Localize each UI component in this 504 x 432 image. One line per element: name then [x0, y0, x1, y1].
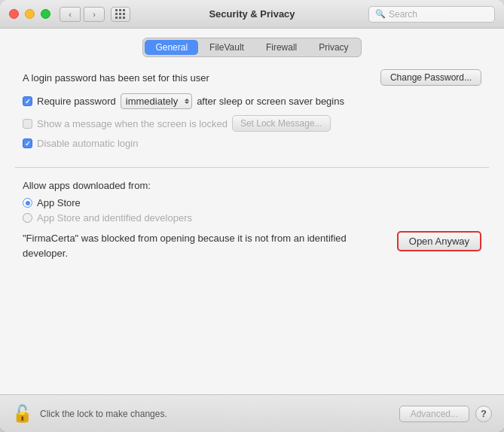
- show-message-row: Show a message when the screen is locked…: [23, 115, 481, 132]
- set-lock-message-button: Set Lock Message...: [232, 115, 331, 132]
- bottombar: 🔓 Click the lock to make changes. Advanc…: [0, 394, 504, 432]
- window-title: Security & Privacy: [209, 8, 295, 20]
- change-password-button[interactable]: Change Password...: [380, 69, 481, 86]
- login-password-row: A login password has been set for this u…: [23, 69, 481, 86]
- disable-autologin-checkbox[interactable]: [23, 138, 32, 148]
- disable-autologin-label: Disable automatic login: [37, 138, 138, 149]
- help-button[interactable]: ?: [475, 406, 492, 422]
- tab-group: General FileVault Firewall Privacy: [142, 38, 361, 57]
- tab-bar: General FileVault Firewall Privacy: [15, 38, 489, 57]
- general-section: A login password has been set for this u…: [15, 69, 489, 155]
- show-message-checkbox[interactable]: [23, 119, 32, 129]
- search-icon: 🔍: [375, 9, 386, 19]
- app-store-radio[interactable]: [23, 198, 32, 208]
- blocked-text: "FirmaCerta" was blocked from opening be…: [23, 231, 388, 260]
- maximize-button[interactable]: [41, 9, 50, 19]
- tab-privacy[interactable]: Privacy: [308, 40, 359, 55]
- section-divider: [15, 167, 489, 168]
- allow-apps-title: Allow apps downloaded from:: [23, 180, 481, 191]
- tab-general[interactable]: General: [145, 40, 198, 55]
- main-window: ‹ › Security & Privacy 🔍 Search General …: [0, 0, 504, 432]
- disable-autologin-row: Disable automatic login: [23, 138, 481, 149]
- lock-text: Click the lock to make changes.: [40, 409, 167, 419]
- search-box[interactable]: 🔍 Search: [368, 6, 495, 23]
- close-button[interactable]: [9, 9, 19, 19]
- app-store-radio-row: App Store: [23, 197, 481, 208]
- app-store-identified-radio[interactable]: [23, 213, 32, 223]
- minimize-button[interactable]: [25, 9, 35, 19]
- tab-filevault[interactable]: FileVault: [199, 40, 255, 55]
- tab-firewall[interactable]: Firewall: [255, 40, 307, 55]
- grid-icon: [115, 9, 126, 20]
- show-message-label: Show a message when the screen is locked: [37, 118, 228, 129]
- back-button[interactable]: ‹: [60, 7, 81, 22]
- forward-button[interactable]: ›: [84, 7, 105, 22]
- blocked-row: "FirmaCerta" was blocked from opening be…: [23, 231, 481, 260]
- require-password-row: Require password immediately after sleep…: [23, 93, 481, 109]
- bottom-right-buttons: Advanced... ?: [399, 406, 492, 422]
- after-label: after sleep or screen saver begins: [197, 96, 344, 107]
- password-timing-dropdown[interactable]: immediately: [121, 93, 192, 109]
- advanced-button[interactable]: Advanced...: [399, 406, 469, 422]
- require-password-label: Require password: [37, 96, 116, 107]
- content-area: General FileVault Firewall Privacy A log…: [0, 29, 504, 394]
- allow-apps-section: Allow apps downloaded from: App Store Ap…: [15, 180, 489, 260]
- lock-area: 🔓 Click the lock to make changes.: [12, 404, 167, 424]
- app-store-label: App Store: [37, 197, 81, 208]
- login-password-text: A login password has been set for this u…: [23, 72, 209, 84]
- app-store-identified-label: App Store and identified developers: [37, 212, 192, 224]
- dropdown-arrow-icon: [185, 99, 189, 104]
- require-password-checkbox[interactable]: [23, 96, 32, 106]
- grid-button[interactable]: [111, 7, 130, 22]
- dropdown-value: immediately: [126, 96, 178, 107]
- titlebar: ‹ › Security & Privacy 🔍 Search: [0, 0, 504, 29]
- traffic-lights: [9, 9, 50, 19]
- search-placeholder: Search: [389, 9, 417, 20]
- open-anyway-button[interactable]: Open Anyway: [397, 231, 481, 251]
- app-store-identified-radio-row: App Store and identified developers: [23, 212, 481, 224]
- lock-icon[interactable]: 🔓: [12, 404, 32, 424]
- nav-buttons: ‹ ›: [60, 7, 105, 22]
